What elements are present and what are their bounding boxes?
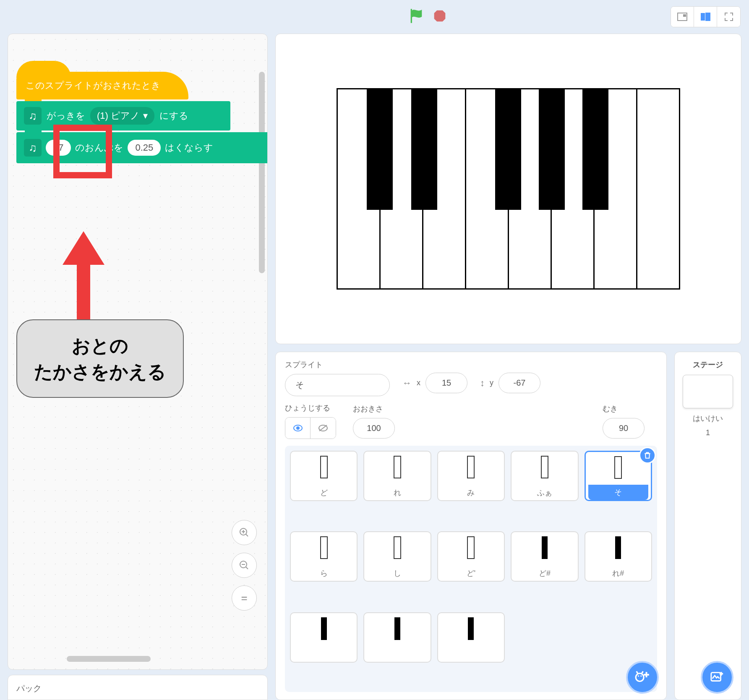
stage-selector-panel: ステージ はいけい 1 — [674, 352, 741, 700]
horizontal-scrollbar[interactable] — [67, 656, 151, 662]
block-text: はくならす — [165, 141, 213, 154]
sprite-label: そ — [588, 485, 648, 500]
sprite-thumbnail[interactable]: れ — [363, 451, 431, 501]
sprite-thumbnail[interactable]: み — [437, 451, 505, 501]
music-notes-icon: ♫ — [24, 107, 42, 125]
key-thumb — [394, 456, 401, 478]
block-text: にする — [159, 110, 188, 122]
add-sprite-button[interactable] — [626, 661, 659, 694]
backdrop-label: はいけい — [693, 413, 723, 423]
y-label: y — [490, 379, 493, 387]
callout-line: たかさをかえる — [34, 359, 166, 385]
key-thumb — [542, 536, 548, 559]
sprite-thumbnail[interactable] — [437, 612, 505, 663]
play-note-block[interactable]: ♫ 67 のおんぷを 0.25 はくならす — [16, 132, 268, 163]
key-thumb — [394, 617, 400, 640]
key-thumb — [615, 536, 621, 559]
sprite-thumbnail[interactable]: し — [363, 531, 431, 582]
svg-point-12 — [640, 675, 642, 676]
sprite-thumbnail[interactable]: ら — [290, 531, 358, 582]
sprite-name-input[interactable]: そ — [285, 374, 390, 396]
small-stage-button[interactable] — [671, 7, 694, 27]
music-notes-icon: ♫ — [24, 139, 42, 157]
y-arrow-icon: ↕ — [480, 378, 485, 389]
sprite-thumbnail[interactable]: そ — [585, 451, 652, 501]
svg-point-8 — [297, 427, 299, 429]
blocks-stack[interactable]: このスプライトがおされたとき ♫ がっきを (1) ピアノ ▾ にする ♫ 67… — [16, 72, 268, 163]
fullscreen-button[interactable] — [717, 7, 740, 27]
key-thumb — [541, 456, 548, 478]
key-thumb — [394, 536, 401, 559]
svg-rect-4 — [706, 13, 710, 21]
key-thumb — [468, 617, 474, 640]
key-thumb — [467, 536, 475, 559]
size-label: おおきさ — [353, 404, 383, 414]
sprite-thumbnail[interactable]: ど' — [437, 531, 505, 582]
sprite-label: ど' — [467, 568, 475, 578]
svg-rect-2 — [683, 14, 686, 17]
top-bar — [0, 0, 749, 34]
svg-rect-3 — [701, 13, 705, 21]
key-thumb — [614, 456, 622, 479]
x-label: x — [417, 379, 420, 387]
svg-point-10 — [636, 674, 644, 682]
size-input[interactable]: 100 — [353, 418, 395, 439]
annotation-callout: おとの たかさをかえる — [16, 319, 184, 398]
stage-title: ステージ — [693, 360, 723, 370]
sprite-label: ど — [320, 488, 328, 498]
backdrop-count: 1 — [706, 428, 710, 437]
callout-line: おとの — [34, 333, 166, 359]
show-label: ひょうじする — [285, 403, 330, 413]
delete-sprite-button[interactable] — [639, 447, 656, 464]
stop-icon[interactable] — [433, 9, 446, 24]
set-instrument-block[interactable]: ♫ がっきを (1) ピアノ ▾ にする — [16, 101, 230, 131]
svg-point-11 — [638, 675, 639, 676]
beats-input[interactable]: 0.25 — [128, 140, 161, 156]
instrument-dropdown[interactable]: (1) ピアノ ▾ — [90, 107, 154, 125]
when-sprite-clicked-block[interactable]: このスプライトがおされたとき — [16, 72, 188, 99]
key-thumb — [321, 617, 327, 640]
stage-canvas[interactable] — [275, 34, 741, 344]
sprite-list: どれみふぁそらしど'ど#れ# — [285, 446, 657, 692]
sprite-name-label: スプライト — [285, 360, 323, 370]
key-thumb — [467, 456, 475, 478]
x-input[interactable]: 15 — [425, 373, 467, 393]
zoom-in-button[interactable] — [232, 520, 257, 545]
sprite-label: ら — [320, 568, 328, 578]
key-thumb — [320, 456, 328, 478]
x-arrow-icon: ↔ — [402, 378, 412, 389]
zoom-controls: = — [232, 520, 257, 611]
stage-thumbnail[interactable] — [683, 375, 733, 408]
add-backdrop-button[interactable] — [701, 661, 733, 694]
y-input[interactable]: -67 — [498, 373, 540, 393]
sprite-thumbnail[interactable] — [363, 612, 431, 663]
key-thumb — [320, 536, 328, 559]
sprite-info-panel: スプライト そ ↔ x 15 ↕ y -67 — [275, 352, 667, 700]
sprite-label: ふぁ — [537, 488, 552, 498]
zoom-out-button[interactable] — [232, 553, 257, 578]
visibility-toggle — [285, 417, 336, 439]
dropdown-value: (1) ピアノ — [97, 110, 140, 122]
direction-label: むき — [603, 404, 618, 414]
large-stage-button[interactable] — [694, 7, 717, 27]
green-flag-icon[interactable] — [408, 8, 425, 26]
sprite-label: れ# — [612, 568, 624, 578]
sprite-thumbnail[interactable]: れ# — [585, 531, 652, 582]
show-button[interactable] — [285, 418, 311, 439]
sprite-thumbnail[interactable]: ど — [290, 451, 358, 501]
chevron-down-icon: ▾ — [143, 110, 148, 121]
hide-button[interactable] — [311, 418, 336, 439]
sprite-thumbnail[interactable]: ふぁ — [511, 451, 578, 501]
script-workspace[interactable]: このスプライトがおされたとき ♫ がっきを (1) ピアノ ▾ にする ♫ 67… — [8, 34, 268, 670]
direction-input[interactable]: 90 — [603, 418, 645, 439]
sprite-thumbnail[interactable] — [290, 612, 358, 663]
annotation-highlight — [53, 125, 112, 178]
backpack-label: パック — [16, 684, 42, 693]
backpack-header[interactable]: パック — [8, 675, 268, 700]
stage-size-controls — [671, 6, 741, 27]
hat-label: このスプライトがおされたとき — [26, 80, 161, 91]
sprite-label: ど# — [539, 568, 551, 578]
sprite-thumbnail[interactable]: ど# — [511, 531, 578, 582]
sprite-label: み — [467, 488, 475, 498]
zoom-reset-button[interactable]: = — [232, 585, 257, 611]
